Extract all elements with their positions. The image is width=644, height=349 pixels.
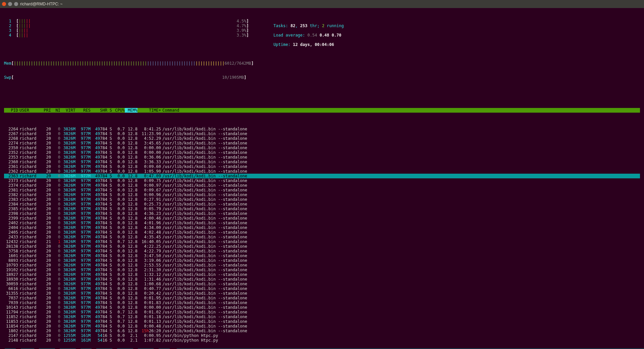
- process-row[interactable]: 28138richard2003826M977M49784S0.012.84:2…: [4, 244, 640, 249]
- process-row[interactable]: 2382richard2003826M977M49784S0.012.80:00…: [4, 192, 640, 197]
- swp-label: Swp: [4, 75, 11, 80]
- hdr-time[interactable]: TIME+: [138, 108, 161, 113]
- process-row[interactable]: 2405richard2003826M977M49784S0.012.84:02…: [4, 230, 640, 235]
- mem-label: Mem: [4, 61, 11, 66]
- process-row[interactable]: 2383richard2003826M977M49784S0.012.80:27…: [4, 197, 640, 202]
- process-row[interactable]: 2353richard2003826M977M49784S0.012.80:36…: [4, 155, 640, 160]
- process-row[interactable]: 2267richard2003826M977M49784S0.012.811:2…: [4, 131, 640, 136]
- close-icon[interactable]: [2, 2, 6, 6]
- process-row[interactable]: 2360richard2003826M977M49784S0.012.83:36…: [4, 160, 640, 164]
- process-row[interactable]: 2398richard2003826M977M49784S0.012.84:36…: [4, 211, 640, 216]
- cpu-meter: 3 [|||| 3.9%]: [4, 28, 252, 33]
- process-row[interactable]: 2352richard2003826M977M49784S0.012.80:00…: [4, 150, 640, 155]
- tasks-label: Tasks:: [273, 23, 290, 28]
- terminal-output[interactable]: 1 [||||| 4.5%] 2 [||||| 4.7%]: [0, 8, 644, 349]
- hdr-ni[interactable]: NI: [51, 108, 60, 113]
- process-row[interactable]: 2381richard2003826M977M49784S0.012.80:09…: [4, 188, 640, 192]
- process-list[interactable]: 2264richard2003826M977M49784S0.712.88:41…: [4, 127, 640, 343]
- process-row[interactable]: 11852richard2003826M977M49784S0.712.80:0…: [4, 314, 640, 319]
- hdr-pid[interactable]: PID: [4, 108, 18, 113]
- process-row[interactable]: 2361richard2003826M977M49784S0.012.80:09…: [4, 164, 640, 169]
- process-row[interactable]: 2404richard2003826M977M49784S0.012.84:34…: [4, 225, 640, 230]
- process-row[interactable]: 6616richard2003826M977M49784S0.012.80:40…: [4, 286, 640, 291]
- process-row[interactable]: 2384richard2003826M977M49784S0.012.80:25…: [4, 202, 640, 207]
- hdr-mem[interactable]: MEM%: [125, 108, 138, 113]
- process-row[interactable]: 2374richard2003826M977M49784S0.012.80:00…: [4, 183, 640, 188]
- hdr-res[interactable]: RES: [75, 108, 91, 113]
- maximize-icon[interactable]: [14, 2, 18, 6]
- process-row[interactable]: 10143richard2003826M977M49784S0.012.80:0…: [4, 305, 640, 310]
- process-row[interactable]: 2399richard2003826M977M49784S0.012.84:00…: [4, 216, 640, 221]
- process-row[interactable]: 18930richard2003826M977M49784S0.012.81:3…: [4, 277, 640, 282]
- process-row[interactable]: 31355richard2003826M977M49784S0.012.80:2…: [4, 291, 640, 296]
- process-row[interactable]: 2148richard2001255M161M5416S0.02.11:07.8…: [4, 338, 640, 343]
- process-row[interactable]: 2385richard2003826M977M49784S0.012.80:05…: [4, 207, 640, 211]
- process-row[interactable]: 11853richard2003826M977M49784S0.712.80:0…: [4, 319, 640, 324]
- process-row[interactable]: 2362richard2003826M977M49784S0.012.81:05…: [4, 169, 640, 174]
- cpu-meter: 2 [||||| 4.7%]: [4, 23, 252, 28]
- process-row[interactable]: 10793richard2003826M977M49784S0.012.82:5…: [4, 263, 640, 268]
- process-row[interactable]: 7037richard2003826M977M49784S0.012.80:01…: [4, 296, 640, 300]
- cpu-meter: 4 [|||| 3.3%]: [4, 33, 252, 38]
- process-row[interactable]: 11854richard2003826M977M49784S0.012.80:0…: [4, 324, 640, 329]
- process-row[interactable]: 2268richard2003826M977M49784S0.012.84:52…: [4, 136, 640, 141]
- process-row[interactable]: 19102richard2003826M977M49784S0.012.82:3…: [4, 268, 640, 272]
- process-header[interactable]: PID USER PRI NI VIRT RES SHR S CPU% MEM%…: [4, 108, 640, 113]
- hdr-cpu[interactable]: CPU%: [112, 108, 125, 113]
- hdr-pri[interactable]: PRI: [42, 108, 51, 113]
- process-row[interactable]: 8893richard2003826M977M49784S0.012.83:19…: [4, 258, 640, 263]
- process-row[interactable]: 2264richard2003826M977M49784S0.712.88:41…: [4, 127, 640, 131]
- hdr-shr[interactable]: SHR: [91, 108, 107, 113]
- load-label: Load average:: [273, 33, 307, 38]
- process-row[interactable]: 2274richard2003826M977M49784S0.012.83:45…: [4, 141, 640, 146]
- hdr-cmd[interactable]: Command: [161, 108, 640, 113]
- minimize-icon[interactable]: [8, 2, 12, 6]
- process-row[interactable]: 7039richard2003826M977M49784S0.012.80:01…: [4, 300, 640, 305]
- process-row[interactable]: 2433richard2003826M977M49784S0.012.84:35…: [4, 235, 640, 239]
- hdr-s[interactable]: S: [107, 108, 112, 113]
- process-row[interactable]: 3758richard2003826M977M49784S0.012.84:22…: [4, 249, 640, 253]
- process-row[interactable]: 2363richard2003826M977M49784S0.012.80:47…: [4, 174, 640, 178]
- process-row[interactable]: 1601richard2003826M977M49784S0.012.83:47…: [4, 253, 640, 258]
- process-row[interactable]: 2350richard2003826M977M49784S0.012.80:00…: [4, 146, 640, 150]
- window-titlebar: richard@RMD-HTPC: ~: [0, 0, 644, 8]
- process-row[interactable]: 2402richard2003826M977M49784S0.012.84:01…: [4, 221, 640, 225]
- uptime-label: Uptime:: [273, 42, 293, 47]
- process-row[interactable]: 1802richard2003826M977M49784S6.612.815h2…: [4, 329, 640, 333]
- window-title: richard@RMD-HTPC: ~: [20, 2, 63, 6]
- process-row[interactable]: 30059richard2003826M977M49784S0.012.81:0…: [4, 282, 640, 286]
- hdr-virt[interactable]: VIRT: [60, 108, 75, 113]
- hdr-user[interactable]: USER: [18, 108, 42, 113]
- process-row[interactable]: 11794richard2003826M977M49784S0.712.80:0…: [4, 310, 640, 314]
- process-row[interactable]: 2373richard2003826M977M49784S0.012.80:09…: [4, 178, 640, 183]
- process-row[interactable]: 2147richard2001255M161M5416S0.02.10:00.9…: [4, 333, 640, 338]
- process-row[interactable]: 12432richard2113826M977M49784S0.712.816:…: [4, 239, 640, 244]
- cpu-meter: 1 [||||| 4.5%]: [4, 19, 252, 23]
- process-row[interactable]: 18927richard2003826M977M49784S0.012.81:3…: [4, 272, 640, 277]
